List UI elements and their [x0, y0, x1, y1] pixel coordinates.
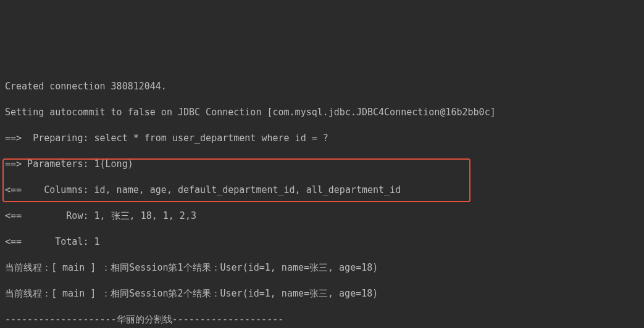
log-line-sql-total: <== Total: 1: [5, 236, 639, 248]
log-line-divider: --------------------华丽的分割线--------------…: [5, 313, 639, 326]
terminal-output[interactable]: Created connection 380812044. Setting au…: [0, 65, 644, 328]
log-line-sql-params: ==> Parameters: 1(Long): [5, 158, 639, 171]
log-line-result-1: 当前线程：[ main ] ：相同Session第1个结果：User(id=1,…: [5, 261, 639, 274]
log-line-sql-columns: <== Columns: id, name, age, default_depa…: [5, 184, 639, 197]
log-line-sql-row: <== Row: 1, 张三, 18, 1, 2,3: [5, 210, 639, 223]
log-line: Setting autocommit to false on JDBC Conn…: [5, 106, 639, 119]
log-line-result-2: 当前线程：[ main ] ：相同Session第2个结果：User(id=1,…: [5, 287, 639, 300]
log-line: Created connection 380812044.: [5, 80, 639, 93]
log-line-sql-prepare: ==> Preparing: select * from user_depart…: [5, 132, 639, 145]
